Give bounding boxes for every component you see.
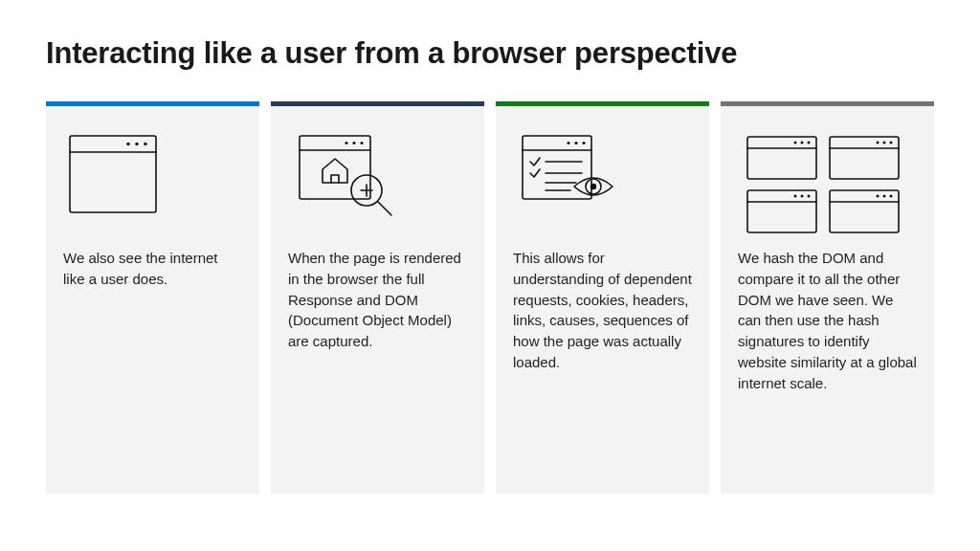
card-4-text: We hash the DOM and compare it to all th… — [738, 248, 917, 393]
svg-point-33 — [883, 142, 886, 144]
svg-point-8 — [352, 142, 355, 144]
card-3-text: This allows for understanding of depende… — [513, 248, 692, 373]
card-row: We also see the internet like a user doe… — [46, 101, 934, 494]
svg-point-29 — [808, 142, 811, 144]
svg-point-44 — [890, 195, 893, 198]
browser-home-magnify-icon — [288, 127, 467, 238]
svg-point-7 — [345, 142, 347, 144]
svg-point-42 — [877, 195, 880, 198]
svg-point-34 — [890, 142, 893, 144]
slide-title: Interacting like a user from a browser p… — [46, 36, 934, 71]
svg-rect-40 — [830, 190, 899, 232]
svg-point-43 — [883, 195, 886, 198]
svg-point-39 — [808, 195, 811, 198]
svg-point-18 — [582, 142, 585, 144]
card-2: When the page is rendered in the browser… — [271, 101, 484, 494]
svg-point-38 — [801, 195, 804, 198]
multiple-windows-icon — [738, 127, 917, 238]
card-3: This allows for understanding of depende… — [496, 101, 709, 494]
svg-point-9 — [360, 142, 363, 144]
svg-rect-14 — [523, 136, 591, 199]
svg-rect-35 — [747, 190, 816, 232]
browser-window-icon — [63, 127, 242, 238]
svg-point-3 — [135, 143, 138, 145]
svg-line-13 — [378, 202, 391, 215]
svg-point-2 — [126, 143, 129, 145]
svg-rect-0 — [70, 136, 156, 212]
card-2-text: When the page is rendered in the browser… — [288, 248, 467, 352]
svg-point-4 — [144, 143, 146, 145]
card-1: We also see the internet like a user doe… — [46, 101, 259, 494]
card-4: We hash the DOM and compare it to all th… — [721, 101, 934, 494]
svg-point-37 — [794, 195, 797, 198]
svg-point-17 — [574, 142, 577, 144]
svg-rect-30 — [830, 137, 899, 179]
svg-point-24 — [590, 184, 596, 189]
svg-point-32 — [877, 142, 880, 144]
card-1-text: We also see the internet like a user doe… — [63, 248, 242, 290]
browser-checklist-eye-icon — [513, 127, 692, 238]
svg-point-28 — [801, 142, 804, 144]
svg-rect-25 — [747, 137, 816, 179]
svg-rect-5 — [300, 136, 370, 199]
svg-point-27 — [794, 142, 797, 144]
svg-point-16 — [567, 142, 569, 144]
